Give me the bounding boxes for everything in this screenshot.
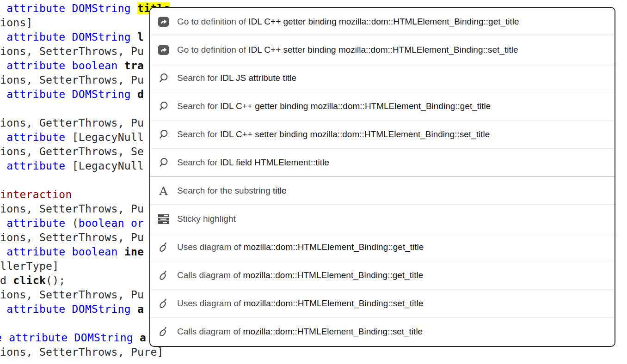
menu-item-label: Calls diagram of mozilla::dom::HTMLEleme…: [177, 327, 423, 337]
menu-item-uses-diagram-setter[interactable]: Uses diagram of mozilla::dom::HTMLElemen…: [150, 289, 615, 317]
diagram-link-icon: [157, 241, 170, 253]
code-segment: ();: [46, 274, 65, 286]
code-segment: [LegacyNull: [72, 131, 144, 143]
code-segment: attribute: [0, 160, 72, 172]
code-segment: ions, SetterThrows, Pure]: [0, 346, 164, 358]
menu-item-search-idl-field[interactable]: Search for IDL field HTMLElement::title: [150, 148, 615, 176]
menu-item-label: Go to definition of IDL C++ getter bindi…: [177, 17, 519, 27]
code-segment: boolean or: [79, 217, 144, 229]
menu-item-label: Uses diagram of mozilla::dom::HTMLElemen…: [177, 242, 424, 252]
menu-item-label: Calls diagram of mozilla::dom::HTMLEleme…: [177, 270, 423, 280]
code-segment: attribute boolean: [0, 60, 124, 72]
menu-item-label: Search for IDL C++ getter binding mozill…: [177, 101, 491, 111]
code-segment: ions, SetterThrows, Pu: [0, 45, 144, 57]
search-icon: [157, 100, 170, 112]
code-segment: llerType]: [0, 260, 59, 272]
sticky-highlight-icon: [157, 213, 170, 225]
code-segment: click: [13, 274, 46, 286]
code-segment: ions, GetterThrows, Se: [0, 146, 144, 158]
code-segment: attribute DOMString: [0, 2, 137, 14]
code-segment: attribute: [0, 131, 72, 143]
menu-item-label: Search for IDL C++ setter binding mozill…: [177, 129, 490, 140]
menu-item-uses-diagram-getter[interactable]: Uses diagram of mozilla::dom::HTMLElemen…: [150, 233, 615, 261]
menu-item-calls-diagram-setter[interactable]: Calls diagram of mozilla::dom::HTMLEleme…: [150, 317, 615, 346]
code-segment: d: [137, 88, 144, 100]
menu-item-search-getter-binding[interactable]: Search for IDL C++ getter binding mozill…: [150, 92, 615, 120]
context-menu: Go to definition of IDL C++ getter bindi…: [149, 7, 615, 347]
code-segment: ions, SetterThrows, Pu: [0, 203, 144, 215]
code-segment: attribute boolean: [0, 246, 124, 258]
code-segment: attribute DOMString: [0, 303, 137, 315]
menu-item-label: Search for the substring title: [177, 186, 287, 196]
diagram-link-icon: [157, 297, 170, 309]
code-segment: interaction: [0, 188, 72, 200]
diagram-link-icon: [157, 269, 170, 281]
code-segment: ions, SetterThrows, Pu: [0, 74, 144, 86]
code-segment: ions, GetterThrows, Pu: [0, 117, 144, 129]
menu-item-search-setter-binding[interactable]: Search for IDL C++ setter binding mozill…: [150, 120, 615, 148]
menu-item-label: Uses diagram of mozilla::dom::HTMLElemen…: [177, 298, 423, 309]
code-segment: attribute: [0, 217, 72, 229]
code-segment: ions, SetterThrows, Pu: [0, 231, 144, 243]
search-icon: [157, 157, 170, 169]
search-icon: [157, 128, 170, 140]
menu-item-goto-definition-setter[interactable]: Go to definition of IDL C++ setter bindi…: [150, 36, 615, 64]
menu-item-label: Search for IDL field HTMLElement::title: [177, 158, 329, 168]
menu-item-calls-diagram-getter[interactable]: Calls diagram of mozilla::dom::HTMLEleme…: [150, 261, 615, 289]
code-segment: l: [137, 31, 144, 43]
search-icon: [157, 72, 170, 84]
diagram-link-icon: [157, 326, 170, 338]
code-segment: [LegacyNull: [72, 160, 144, 172]
code-segment: (: [72, 217, 79, 229]
substring-a-icon: A: [157, 185, 170, 197]
code-segment: d: [0, 274, 13, 286]
menu-item-label: Search for IDL JS attribute title: [177, 73, 296, 83]
code-segment: ine: [124, 246, 144, 258]
code-line: ions, SetterThrows, Pure]: [0, 345, 627, 359]
code-segment: attribute DOMString: [2, 332, 140, 344]
menu-item-label: Sticky highlight: [177, 214, 236, 224]
menu-item-search-substring[interactable]: ASearch for the substring title: [150, 176, 615, 205]
code-segment: ions]: [0, 17, 33, 29]
code-segment: attribute DOMString: [0, 31, 137, 43]
menu-item-sticky-highlight[interactable]: Sticky highlight: [150, 205, 615, 233]
code-segment: a: [140, 332, 146, 344]
menu-item-search-idl-js-attribute[interactable]: Search for IDL JS attribute title: [150, 64, 615, 92]
go-to-definition-icon: [157, 44, 170, 56]
code-segment: tra: [124, 60, 144, 72]
code-segment: ions, SetterThrows, Pu: [0, 289, 144, 301]
menu-item-label: Go to definition of IDL C++ setter bindi…: [177, 45, 518, 55]
code-segment: a: [137, 303, 144, 315]
menu-item-goto-definition-getter[interactable]: Go to definition of IDL C++ getter bindi…: [150, 8, 615, 36]
code-segment: attribute DOMString: [0, 88, 137, 100]
go-to-definition-icon: [157, 16, 170, 28]
